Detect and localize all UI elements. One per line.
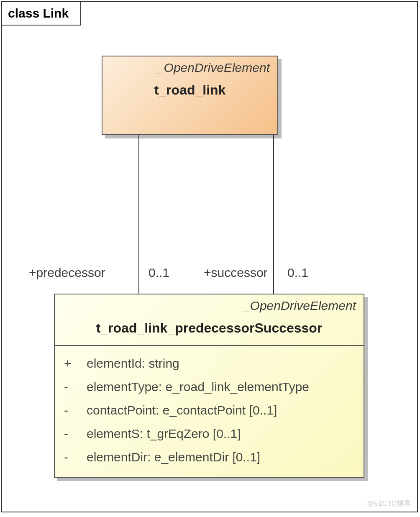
association-role-predecessor: +predecessor — [29, 266, 105, 280]
attribute-row: - elementType: e_road_link_elementType — [64, 375, 359, 399]
class-t-road-link-predecessor-successor: _OpenDriveElement t_road_link_predecesso… — [54, 294, 364, 478]
diagram-frame: class Link _OpenDriveElement t_road_link… — [1, 1, 418, 512]
watermark: @51CTO博客 — [367, 499, 411, 508]
class-t-road-link: _OpenDriveElement t_road_link — [102, 56, 278, 135]
association-multiplicity-successor: 0..1 — [287, 266, 308, 280]
attribute-visibility: + — [64, 352, 87, 375]
attribute-compartment: + elementId: string - elementType: e_roa… — [55, 346, 364, 473]
diagram-title-tab: class Link — [1, 1, 81, 26]
attribute-visibility: - — [64, 445, 87, 469]
attribute-text: elementType: e_road_link_elementType — [87, 375, 309, 399]
attribute-row: + elementId: string — [64, 352, 359, 375]
stereotype-label: _OpenDriveElement — [102, 56, 277, 75]
association-multiplicity-predecessor: 0..1 — [149, 266, 169, 280]
attribute-row: - contactPoint: e_contactPoint [0..1] — [64, 399, 359, 422]
attribute-text: contactPoint: e_contactPoint [0..1] — [87, 399, 277, 422]
attribute-row: - elementS: t_grEqZero [0..1] — [64, 422, 359, 445]
association-role-successor: +successor — [204, 266, 268, 280]
attribute-visibility: - — [64, 399, 87, 422]
attribute-visibility: - — [64, 375, 87, 399]
association-line-predecessor — [138, 135, 139, 294]
attribute-text: elementId: string — [87, 352, 179, 375]
attribute-row: - elementDir: e_elementDir [0..1] — [64, 445, 359, 469]
association-line-successor — [273, 135, 274, 294]
attribute-visibility: - — [64, 422, 87, 445]
attribute-text: elementDir: e_elementDir [0..1] — [87, 445, 260, 469]
class-name: t_road_link_predecessorSuccessor — [55, 313, 364, 345]
stereotype-label: _OpenDriveElement — [55, 294, 364, 313]
attribute-text: elementS: t_grEqZero [0..1] — [87, 422, 241, 445]
diagram-title: class Link — [8, 6, 69, 20]
class-name: t_road_link — [102, 75, 277, 107]
